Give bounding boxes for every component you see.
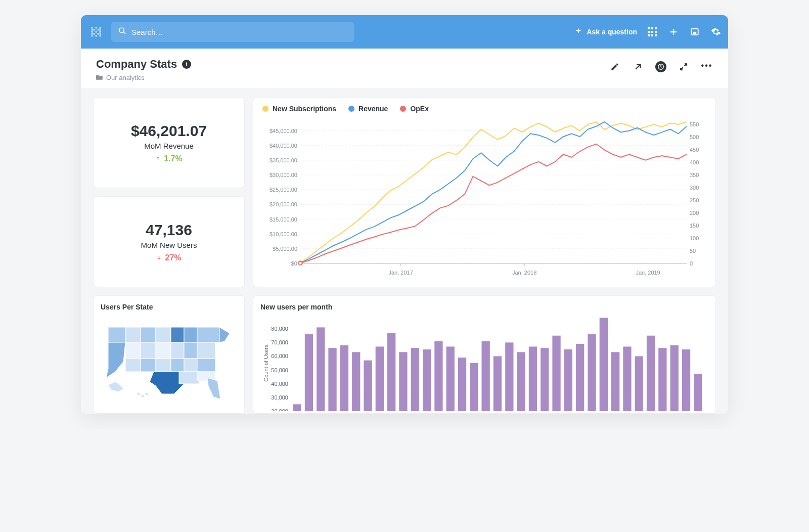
svg-rect-89: [125, 359, 141, 372]
info-icon[interactable]: i: [182, 60, 191, 69]
legend-item-revenue[interactable]: Revenue: [348, 105, 388, 113]
svg-text:0: 0: [690, 260, 693, 267]
svg-text:250: 250: [690, 197, 699, 203]
kpi-revenue-value: $46,201.07: [131, 122, 207, 140]
kpi-users-card[interactable]: 47,136 MoM New Users 27%: [93, 196, 245, 287]
svg-point-97: [137, 392, 140, 395]
svg-rect-139: [658, 348, 666, 411]
svg-rect-112: [340, 345, 348, 411]
kpi-users-delta-value: 27%: [165, 253, 181, 262]
svg-rect-129: [541, 348, 549, 411]
svg-rect-117: [399, 352, 407, 411]
svg-rect-114: [364, 361, 372, 411]
app-logo-icon[interactable]: [87, 23, 105, 41]
svg-rect-109: [305, 334, 313, 411]
svg-text:100: 100: [690, 235, 699, 241]
svg-text:$45,000.00: $45,000.00: [269, 128, 297, 134]
legend-dot-icon: [400, 106, 406, 112]
svg-rect-87: [184, 342, 197, 359]
svg-text:$25,000.00: $25,000.00: [269, 187, 297, 193]
svg-rect-86: [171, 342, 184, 359]
kpi-users-delta: 27%: [156, 253, 181, 262]
svg-rect-138: [647, 336, 655, 411]
svg-point-74: [299, 261, 302, 265]
svg-text:$5,000.00: $5,000.00: [273, 246, 297, 252]
svg-rect-127: [517, 352, 525, 411]
legend-label: OpEx: [410, 105, 429, 113]
ask-question-button[interactable]: Ask a question: [574, 27, 637, 37]
svg-rect-136: [623, 346, 631, 411]
svg-text:$20,000.00: $20,000.00: [269, 201, 297, 207]
clock-history-icon[interactable]: [655, 61, 666, 72]
svg-rect-20: [651, 27, 653, 29]
kpi-users-label: MoM New Users: [141, 241, 197, 249]
legend-dot-icon: [262, 106, 268, 112]
svg-text:550: 550: [690, 121, 699, 127]
svg-rect-23: [651, 31, 653, 33]
new-users-bar-card[interactable]: New users per month Count of Users20,000…: [253, 295, 716, 414]
bar-card-title: New users per month: [260, 303, 708, 311]
svg-point-7: [92, 31, 93, 33]
svg-rect-91: [156, 359, 171, 372]
svg-rect-31: [694, 32, 696, 33]
apps-grid-icon[interactable]: [646, 26, 658, 38]
svg-rect-19: [648, 27, 650, 29]
settings-gear-icon[interactable]: [710, 26, 722, 38]
search-box[interactable]: [111, 22, 354, 42]
svg-point-17: [119, 28, 124, 32]
svg-rect-131: [564, 349, 572, 411]
search-input[interactable]: [131, 28, 347, 36]
svg-text:50: 50: [690, 248, 696, 254]
svg-text:70,000: 70,000: [271, 339, 288, 345]
ask-question-label: Ask a question: [587, 28, 637, 36]
kpi-revenue-label: MoM Revenue: [144, 142, 194, 150]
share-arrow-icon[interactable]: [632, 61, 644, 73]
svg-rect-123: [470, 363, 478, 411]
more-menu-icon[interactable]: •••: [701, 60, 713, 72]
svg-rect-84: [141, 342, 156, 359]
svg-text:Jan, 2019: Jan, 2019: [636, 270, 660, 276]
breadcrumb[interactable]: Our analytics: [96, 74, 609, 81]
growth-line-chart-card[interactable]: New Subscriptions Revenue OpEx $0$5,000.…: [253, 97, 716, 287]
svg-rect-75: [108, 327, 125, 342]
legend-item-opex[interactable]: OpEx: [400, 105, 429, 113]
svg-text:150: 150: [690, 223, 699, 229]
line-chart-legend: New Subscriptions Revenue OpEx: [256, 104, 712, 117]
svg-rect-116: [387, 333, 395, 411]
svg-point-8: [96, 31, 97, 33]
svg-rect-140: [670, 345, 679, 411]
edit-pencil-icon[interactable]: [609, 61, 621, 73]
svg-point-1: [96, 27, 97, 29]
svg-text:$15,000.00: $15,000.00: [269, 216, 297, 223]
add-icon[interactable]: [667, 26, 680, 38]
page-header: Company Stats i Our analytics: [81, 49, 728, 89]
svg-point-2: [100, 27, 101, 29]
svg-text:Jan, 2018: Jan, 2018: [512, 270, 536, 276]
svg-point-16: [100, 35, 101, 37]
svg-text:350: 350: [690, 172, 699, 178]
svg-rect-78: [156, 327, 171, 342]
archive-icon[interactable]: [689, 26, 701, 38]
svg-text:50,000: 50,000: [271, 367, 288, 373]
svg-rect-121: [446, 346, 455, 411]
users-per-state-card[interactable]: Users Per State: [93, 295, 245, 414]
kpi-revenue-card[interactable]: $46,201.07 MoM Revenue 1.7%: [93, 97, 245, 188]
svg-text:80,000: 80,000: [271, 326, 288, 332]
svg-rect-80: [184, 327, 197, 342]
svg-rect-130: [552, 336, 560, 411]
svg-rect-132: [576, 344, 584, 411]
kpi-revenue-delta: 1.7%: [155, 154, 182, 163]
svg-text:$40,000.00: $40,000.00: [269, 143, 297, 149]
top-bar: Ask a question: [81, 15, 728, 49]
kpi-revenue-delta-value: 1.7%: [164, 154, 182, 163]
svg-rect-133: [588, 334, 596, 411]
svg-rect-120: [434, 341, 442, 411]
svg-rect-93: [184, 359, 197, 372]
us-map-icon: [103, 318, 235, 404]
svg-rect-124: [482, 341, 490, 411]
legend-item-subscriptions[interactable]: New Subscriptions: [262, 105, 336, 113]
svg-text:$30,000.00: $30,000.00: [269, 172, 297, 178]
fullscreen-icon[interactable]: [678, 61, 690, 73]
svg-point-11: [94, 33, 95, 35]
page-title: Company Stats: [96, 58, 177, 71]
